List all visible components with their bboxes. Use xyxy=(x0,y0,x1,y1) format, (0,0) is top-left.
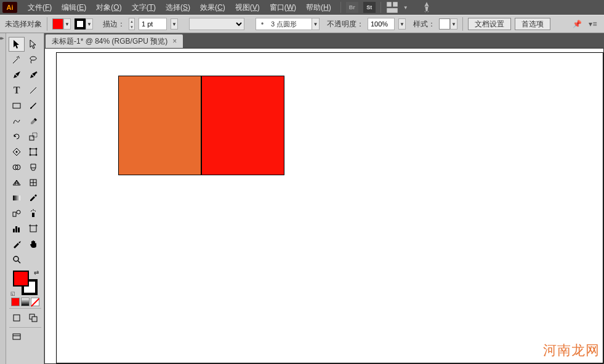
selection-status: 未选择对象 xyxy=(5,19,42,30)
svg-rect-24 xyxy=(13,229,15,232)
gpu-rocket-icon[interactable] xyxy=(421,2,433,13)
hand-tool[interactable] xyxy=(25,237,41,251)
rotate-tool[interactable] xyxy=(9,129,25,144)
document-tab[interactable]: 未标题-1* @ 84% (RGB/GPU 预览) × xyxy=(46,34,183,48)
symbol-sprayer-tool[interactable] xyxy=(25,206,41,221)
scale-tool[interactable] xyxy=(25,129,41,144)
svg-rect-2 xyxy=(387,8,398,13)
fill-stroke-control[interactable]: ⇄ ◱ xyxy=(13,271,38,295)
pen-tool[interactable] xyxy=(9,68,25,82)
svg-rect-10 xyxy=(30,149,36,155)
arrange-icon[interactable] xyxy=(386,2,398,13)
stock-icon[interactable]: St xyxy=(363,2,376,13)
gradient-mode-swatch[interactable] xyxy=(21,298,30,306)
artboard-tool[interactable] xyxy=(25,221,41,236)
svg-line-33 xyxy=(18,261,20,263)
canvas[interactable]: 河南龙网 xyxy=(44,48,604,364)
pin-icon[interactable]: 📌 xyxy=(571,18,583,30)
watermark: 河南龙网 xyxy=(543,341,600,360)
curvature-tool[interactable] xyxy=(25,68,41,82)
blend-tool[interactable] xyxy=(9,206,25,221)
svg-rect-27 xyxy=(30,226,36,232)
menu-file[interactable]: 文件(F) xyxy=(23,1,56,14)
svg-rect-6 xyxy=(13,103,20,108)
stroke-weight-stepper[interactable]: ▲▼ xyxy=(129,18,135,30)
menu-window[interactable]: 窗口(W) xyxy=(265,1,300,14)
opacity-input[interactable] xyxy=(368,18,395,30)
perspective-grid-tool[interactable] xyxy=(9,175,25,190)
magic-wand-tool[interactable] xyxy=(9,52,25,67)
gradient-tool[interactable] xyxy=(9,191,25,205)
svg-point-3 xyxy=(30,57,36,60)
rectangle-tool[interactable] xyxy=(9,98,25,113)
svg-point-22 xyxy=(17,210,20,214)
fill-swatch[interactable] xyxy=(13,271,29,287)
menu-help[interactable]: 帮助(H) xyxy=(302,1,336,14)
shaper-tool[interactable] xyxy=(9,114,25,129)
menu-type[interactable]: 文字(T) xyxy=(127,1,160,14)
eraser-tool[interactable] xyxy=(25,114,41,129)
svg-point-9 xyxy=(16,151,18,153)
selection-tool[interactable] xyxy=(9,37,25,52)
fill-color-picker[interactable]: ▼ xyxy=(52,18,71,30)
svg-rect-23 xyxy=(32,213,34,217)
shape-builder-tool[interactable] xyxy=(9,160,25,175)
titlebar: Ai 文件(F) 编辑(E) 对象(O) 文字(T) 选择(S) 效果(C) 视… xyxy=(0,0,604,15)
svg-point-13 xyxy=(30,154,31,156)
control-bar: 未选择对象 ▼ ▼ 描边： ▲▼ ▼ • 3 点圆形 ▼ 不透明度： ▼ 样式：… xyxy=(0,15,604,33)
direct-selection-tool[interactable] xyxy=(25,37,41,52)
menu-edit[interactable]: 编辑(E) xyxy=(57,1,91,14)
panel-collapse-handle[interactable] xyxy=(0,33,6,364)
menu-effect[interactable]: 效果(C) xyxy=(196,1,230,14)
line-tool[interactable] xyxy=(25,83,41,98)
document-tab-title: 未标题-1* @ 84% (RGB/GPU 预览) xyxy=(52,36,167,47)
svg-rect-37 xyxy=(13,334,20,339)
stroke-profile-select[interactable] xyxy=(189,18,244,30)
menu-object[interactable]: 对象(O) xyxy=(92,1,126,14)
bridge-icon[interactable]: Br xyxy=(346,2,358,13)
rectangle-shape-1[interactable] xyxy=(118,76,201,175)
default-fill-stroke-icon[interactable]: ◱ xyxy=(10,291,15,296)
doc-setup-button[interactable]: 文档设置 xyxy=(468,18,511,30)
brush-dropdown[interactable]: ▼ xyxy=(312,18,319,30)
lasso-tool[interactable] xyxy=(25,52,41,67)
document-tab-bar: 未标题-1* @ 84% (RGB/GPU 预览) × xyxy=(44,33,604,48)
type-tool[interactable]: T xyxy=(9,83,25,98)
svg-point-14 xyxy=(36,154,37,156)
free-transform-tool[interactable] xyxy=(25,144,41,159)
zoom-tool[interactable] xyxy=(9,252,25,267)
paintbrush-tool[interactable] xyxy=(25,98,41,113)
svg-rect-34 xyxy=(14,315,20,321)
mesh-tool[interactable] xyxy=(25,175,41,190)
width-tool[interactable] xyxy=(9,144,25,159)
menu-select[interactable]: 选择(S) xyxy=(161,1,195,14)
none-mode-swatch[interactable] xyxy=(31,298,39,306)
stroke-weight-input[interactable] xyxy=(139,18,167,30)
tab-close-icon[interactable]: × xyxy=(172,37,177,46)
svg-rect-7 xyxy=(30,136,34,140)
opacity-dropdown[interactable]: ▼ xyxy=(398,18,406,30)
eyedropper-tool[interactable] xyxy=(25,191,41,205)
svg-line-5 xyxy=(30,87,36,93)
live-paint-tool[interactable] xyxy=(25,160,41,175)
toolbox: T ⇄ ◱ xyxy=(6,33,44,364)
style-label: 样式： xyxy=(413,19,435,30)
arrange-dropdown-icon[interactable]: ▼ xyxy=(400,2,412,13)
menu-view[interactable]: 视图(V) xyxy=(231,1,264,14)
prefs-button[interactable]: 首选项 xyxy=(515,18,550,30)
slice-tool[interactable] xyxy=(9,237,25,251)
style-picker[interactable]: ▼ xyxy=(439,18,457,30)
swap-fill-stroke-icon[interactable]: ⇄ xyxy=(34,269,39,276)
draw-normal-icon[interactable] xyxy=(9,311,25,325)
screen-mode-icon[interactable] xyxy=(9,330,25,344)
stroke-label: 描边： xyxy=(103,19,125,30)
stroke-weight-dropdown[interactable]: ▼ xyxy=(171,18,178,30)
draw-behind-icon[interactable] xyxy=(25,311,41,325)
color-mode-swatch[interactable] xyxy=(11,298,20,306)
svg-rect-1 xyxy=(393,2,398,7)
column-graph-tool[interactable] xyxy=(9,221,25,236)
svg-rect-8 xyxy=(33,133,37,137)
panel-menu-icon[interactable]: ▾≡ xyxy=(587,18,599,30)
rectangle-shape-2[interactable] xyxy=(201,76,284,175)
stroke-color-picker[interactable]: ▼ xyxy=(74,18,93,30)
